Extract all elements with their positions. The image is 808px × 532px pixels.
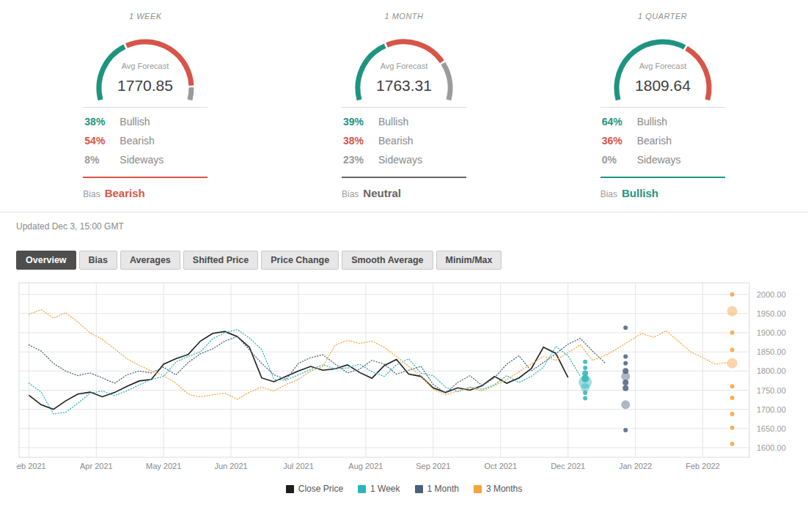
stat-pct-bearish: 36% bbox=[602, 135, 628, 147]
stat-row-bearish: 36%Bearish bbox=[602, 131, 724, 150]
legend-label: Close Price bbox=[298, 484, 343, 494]
tab-price-change[interactable]: Price Change bbox=[261, 251, 339, 270]
forecast-dot-1-week-forecasts bbox=[583, 366, 587, 370]
legend-label: 1 Month bbox=[427, 484, 459, 494]
y-axis-label: 1850.00 bbox=[757, 347, 786, 356]
x-axis-label: Feb 2022 bbox=[686, 462, 719, 470]
bias-value: Bearish bbox=[105, 187, 145, 199]
stat-label-bullish: Bullish bbox=[637, 116, 667, 128]
stat-label-bearish: Bearish bbox=[637, 135, 672, 147]
stat-label-bearish: Bearish bbox=[120, 135, 154, 147]
stat-row-sideways: 23%Sideways bbox=[343, 150, 465, 169]
tab-bar: OverviewBiasAveragesShifted PricePrice C… bbox=[16, 251, 792, 270]
bias-value: Neutral bbox=[363, 187, 401, 199]
sentiment-stats: 64%Bullish36%Bearish0%Sideways bbox=[601, 107, 725, 178]
forecast-dot-1-month-forecasts bbox=[622, 380, 628, 385]
avg-forecast-label: Avg Forecast bbox=[122, 62, 169, 70]
bias-row: BiasBearish bbox=[83, 187, 207, 200]
forecast-dot-3-months-forecasts bbox=[730, 412, 735, 416]
forecast-dot-3-months-forecasts bbox=[730, 426, 735, 430]
forecast-gauge: Avg Forecast1763.31 bbox=[342, 25, 466, 106]
stat-row-bullish: 64%Bullish bbox=[602, 112, 724, 131]
forecast-dot-3-months-forecasts bbox=[730, 384, 735, 388]
avg-forecast-label: Avg Forecast bbox=[381, 62, 428, 70]
stat-label-sideways: Sideways bbox=[378, 154, 422, 166]
x-axis-label: Jul 2021 bbox=[283, 462, 314, 470]
gauge-arc-segment bbox=[387, 42, 442, 62]
chart-legend: Close Price1 Week1 Month3 Months bbox=[16, 484, 792, 494]
forecast-dot-3-months-forecasts bbox=[730, 330, 735, 335]
forecast-dot-3-months-forecasts bbox=[730, 396, 735, 400]
stat-pct-bullish: 64% bbox=[602, 116, 628, 128]
x-axis-label: Apr 2021 bbox=[80, 462, 113, 470]
stat-label-bearish: Bearish bbox=[378, 135, 413, 147]
y-axis-label: 1650.00 bbox=[757, 424, 786, 433]
forecast-dot-3-months-forecasts bbox=[730, 442, 735, 446]
x-axis-label: Sep 2021 bbox=[416, 462, 450, 470]
legend-item-1-week[interactable]: 1 Week bbox=[358, 484, 400, 494]
forecast-dot-1-week-forecasts bbox=[583, 391, 587, 395]
x-axis-label: Aug 2021 bbox=[348, 462, 383, 470]
forecast-panels: 1 WEEKAvg Forecast1770.8538%Bullish54%Be… bbox=[0, 0, 808, 200]
sentiment-stats: 39%Bullish38%Bearish23%Sideways bbox=[342, 107, 466, 178]
forecast-dot-1-month-forecasts bbox=[621, 400, 630, 409]
stat-pct-sideways: 0% bbox=[602, 154, 628, 166]
x-axis-label: Dec 2021 bbox=[551, 462, 585, 470]
forecast-dot-1-month-forecasts bbox=[623, 428, 628, 432]
bias-row: BiasNeutral bbox=[342, 187, 466, 200]
y-axis-label: 1950.00 bbox=[757, 309, 786, 318]
stat-pct-bearish: 54% bbox=[84, 135, 111, 147]
bias-label: Bias bbox=[83, 189, 100, 199]
series-line-3-months bbox=[29, 310, 727, 399]
forecast-dot-3-months-forecasts bbox=[730, 292, 735, 297]
bias-row: BiasBullish bbox=[601, 187, 725, 200]
forecast-panel-1-quarter: 1 QUARTERAvg Forecast1809.6464%Bullish36… bbox=[533, 12, 792, 200]
y-axis-label: 2000.00 bbox=[757, 290, 786, 299]
tab-bias[interactable]: Bias bbox=[79, 251, 117, 270]
y-axis-label: 1800.00 bbox=[757, 366, 786, 375]
gauge-arc-segment bbox=[190, 87, 191, 100]
y-axis-label: 1900.00 bbox=[757, 328, 786, 337]
stat-pct-bullish: 39% bbox=[343, 116, 370, 128]
forecast-dot-1-month-forecasts bbox=[621, 372, 630, 381]
panel-period: 1 MONTH bbox=[275, 12, 534, 21]
avg-forecast-value: 1770.85 bbox=[117, 77, 173, 94]
x-axis-label: Oct 2021 bbox=[484, 462, 517, 470]
stat-label-sideways: Sideways bbox=[120, 154, 164, 166]
stat-row-bullish: 38%Bullish bbox=[84, 112, 206, 131]
forecast-dot-1-month-forecasts bbox=[623, 361, 628, 366]
tab-minim-max[interactable]: Minim/Max bbox=[436, 251, 502, 270]
x-axis-label: May 2021 bbox=[146, 462, 181, 470]
panel-period: 1 QUARTER bbox=[533, 12, 792, 21]
stat-label-bullish: Bullish bbox=[120, 116, 150, 128]
legend-label: 1 Week bbox=[370, 484, 400, 494]
forecast-chart: 1600.001650.001700.001750.001800.001850.… bbox=[16, 278, 808, 479]
series-line-1-month bbox=[29, 336, 604, 393]
bias-label: Bias bbox=[342, 189, 359, 199]
forecast-dot-3-months-forecasts bbox=[727, 358, 738, 369]
forecast-dot-3-months-forecasts bbox=[730, 348, 735, 352]
avg-forecast-label: Avg Forecast bbox=[639, 62, 686, 70]
legend-swatch bbox=[474, 485, 482, 493]
stat-row-bearish: 54%Bearish bbox=[84, 131, 206, 150]
legend-item-1-month[interactable]: 1 Month bbox=[415, 484, 459, 494]
legend-item-close-price[interactable]: Close Price bbox=[286, 484, 343, 494]
x-axis-label: Feb 2021 bbox=[16, 462, 46, 470]
tab-overview[interactable]: Overview bbox=[16, 251, 76, 270]
stat-label-bullish: Bullish bbox=[378, 116, 408, 128]
gauge-arc-segment bbox=[443, 64, 450, 100]
forecast-dot-1-month-forecasts bbox=[622, 385, 628, 391]
legend-swatch bbox=[286, 485, 294, 493]
legend-item-3-months[interactable]: 3 Months bbox=[474, 484, 522, 494]
tab-shifted-price[interactable]: Shifted Price bbox=[183, 251, 258, 270]
tab-averages[interactable]: Averages bbox=[120, 251, 180, 270]
plot-frame bbox=[19, 283, 749, 457]
updated-timestamp: Updated Dec 3, 15:00 GMT bbox=[16, 221, 808, 232]
stat-row-sideways: 0%Sideways bbox=[602, 150, 724, 169]
avg-forecast-value: 1763.31 bbox=[376, 77, 432, 94]
forecast-panel-1-month: 1 MONTHAvg Forecast1763.3139%Bullish38%B… bbox=[275, 12, 534, 200]
legend-swatch bbox=[415, 485, 423, 493]
tab-smooth-average[interactable]: Smooth Average bbox=[342, 251, 433, 270]
series-line-1-week bbox=[29, 330, 580, 414]
y-axis-label: 1750.00 bbox=[757, 386, 786, 395]
